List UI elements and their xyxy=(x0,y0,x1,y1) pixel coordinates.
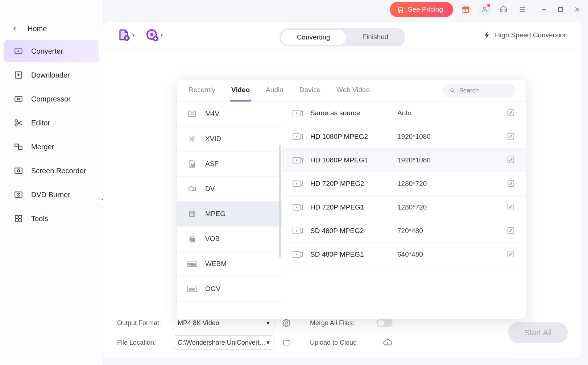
edit-icon[interactable] xyxy=(507,132,515,141)
vob-icon: VOB xyxy=(187,234,197,244)
edit-icon[interactable] xyxy=(507,227,515,235)
edit-icon[interactable] xyxy=(507,156,515,165)
sidebar-item-downloader[interactable]: Downloader xyxy=(4,64,99,86)
preset-name: SD 480P MPEG1 xyxy=(310,250,390,258)
svg-text:VOB: VOB xyxy=(191,239,195,241)
format-list[interactable]: M4V XVID ASF ASF DV MPEG VOB VOB xyxy=(177,101,282,319)
sidebar-item-converter[interactable]: Converter xyxy=(4,40,99,62)
cloud-upload-icon[interactable] xyxy=(377,338,398,347)
tab-converting[interactable]: Converting xyxy=(281,29,347,45)
format-label: WEBM xyxy=(205,260,227,268)
video-play-icon xyxy=(292,132,303,141)
svg-rect-11 xyxy=(15,144,18,147)
preset-row[interactable]: Same as source Auto xyxy=(282,101,526,125)
sidebar-item-label: DVD Burner xyxy=(31,191,70,199)
sidebar-item-editor[interactable]: Editor xyxy=(4,112,99,134)
support-icon[interactable] xyxy=(497,3,510,16)
format-item-asf[interactable]: ASF ASF xyxy=(177,152,282,177)
edit-icon[interactable] xyxy=(507,179,515,188)
edit-icon[interactable] xyxy=(507,203,515,212)
scrollbar-thumb[interactable] xyxy=(279,145,281,257)
format-label: DV xyxy=(205,185,215,193)
picker-search[interactable] xyxy=(443,84,515,97)
maximize-button[interactable] xyxy=(557,6,564,13)
preset-list[interactable]: Same as source Auto HD 1080P MPEG2 1920*… xyxy=(282,101,526,319)
svg-rect-28 xyxy=(189,111,196,116)
sidebar-item-dvd-burner[interactable]: DVD Burner xyxy=(4,183,99,206)
svg-rect-52 xyxy=(508,251,514,257)
gift-icon[interactable] xyxy=(460,3,472,16)
format-item-dv[interactable]: DV xyxy=(177,177,282,202)
start-all-button[interactable]: Start All xyxy=(508,322,568,343)
picker-tab-video[interactable]: Video xyxy=(230,80,251,101)
preset-res: Auto xyxy=(397,109,500,117)
svg-point-14 xyxy=(17,170,20,172)
sidebar-home-label: Home xyxy=(28,25,47,33)
add-disc-button[interactable]: ▾ xyxy=(145,28,163,42)
edit-icon[interactable] xyxy=(507,109,515,117)
high-speed-button[interactable]: High Speed Conversion xyxy=(483,31,568,39)
picker-tab-webvideo[interactable]: Web Video xyxy=(335,80,371,101)
svg-rect-21 xyxy=(19,219,22,222)
svg-point-0 xyxy=(399,12,400,13)
preset-row[interactable]: HD 720P MPEG1 1280*720 xyxy=(282,196,526,219)
see-pricing-button[interactable]: See Pricing xyxy=(390,2,453,17)
sidebar-item-label: Converter xyxy=(31,47,63,55)
preset-name: SD 480P MPEG2 xyxy=(310,227,390,235)
preset-res: 1920*1080 xyxy=(397,156,500,164)
sidebar-item-compressor[interactable]: Compressor xyxy=(4,88,99,110)
settings-gear-icon[interactable] xyxy=(279,319,294,327)
preset-row[interactable]: HD 1080P MPEG2 1920*1080 xyxy=(282,125,526,149)
sidebar-home[interactable]: Home xyxy=(0,19,103,38)
upload-label: Upload to Cloud xyxy=(299,339,372,347)
edit-icon[interactable] xyxy=(507,250,515,259)
scissors-icon xyxy=(14,118,23,128)
preset-res: 640*480 xyxy=(397,250,500,258)
compressor-icon xyxy=(14,94,23,104)
video-play-icon xyxy=(292,250,303,259)
file-location-value: C:\Wondershare UniConverter 1 xyxy=(178,339,266,347)
format-item-xvid[interactable]: XVID xyxy=(177,126,282,152)
preset-row[interactable]: HD 720P MPEG2 1280*720 xyxy=(282,172,526,196)
converter-icon xyxy=(14,46,23,56)
search-input[interactable] xyxy=(459,87,509,94)
file-location-select[interactable]: C:\Wondershare UniConverter 1 ▾ xyxy=(173,335,274,350)
svg-point-31 xyxy=(189,187,193,191)
preset-name: Same as source xyxy=(310,109,390,117)
format-item-mpeg[interactable]: MPEG xyxy=(177,202,282,227)
format-item-webm[interactable]: WEBM WEBM xyxy=(177,252,282,277)
preset-name: HD 1080P MPEG2 xyxy=(310,133,390,141)
close-button[interactable] xyxy=(573,6,581,13)
user-icon[interactable] xyxy=(479,3,491,16)
merge-toggle[interactable] xyxy=(377,319,393,327)
video-play-icon xyxy=(292,109,303,117)
svg-rect-40 xyxy=(508,110,514,116)
format-item-vob[interactable]: VOB VOB xyxy=(177,227,282,252)
minimize-button[interactable] xyxy=(540,6,547,13)
add-file-button[interactable]: ▾ xyxy=(117,28,134,42)
picker-tab-recently[interactable]: Recently xyxy=(187,80,217,101)
screen-recorder-icon xyxy=(14,166,23,175)
status-tabs: Converting Finished xyxy=(279,28,406,46)
preset-row[interactable]: SD 480P MPEG2 720*480 xyxy=(282,219,526,243)
search-icon xyxy=(450,87,456,94)
tab-finished[interactable]: Finished xyxy=(347,29,405,45)
sidebar-item-merger[interactable]: Merger xyxy=(4,136,99,158)
picker-tab-audio[interactable]: Audio xyxy=(264,80,285,101)
sidebar-item-tools[interactable]: Tools xyxy=(4,207,99,230)
format-item-ogv[interactable]: OGV OGV xyxy=(177,277,282,302)
open-folder-icon[interactable] xyxy=(279,338,294,347)
format-label: OGV xyxy=(205,285,220,293)
preset-row[interactable]: HD 1080P MPEG1 1920*1080 xyxy=(282,149,526,172)
sidebar-item-screen-recorder[interactable]: Screen Recorder xyxy=(4,159,99,182)
dv-icon xyxy=(187,184,197,194)
menu-icon[interactable] xyxy=(516,3,529,16)
picker-tab-device[interactable]: Device xyxy=(298,80,322,101)
preset-name: HD 720P MPEG2 xyxy=(310,180,390,188)
chevron-left-icon xyxy=(10,24,20,33)
output-format-value: MP4 8K Video xyxy=(178,319,219,327)
preset-row[interactable]: SD 480P MPEG1 640*480 xyxy=(282,243,526,266)
svg-rect-42 xyxy=(508,133,514,140)
format-item-m4v[interactable]: M4V xyxy=(177,101,282,126)
toolbar: ▾ ▾ Converting Finished High Speed Conve… xyxy=(103,22,581,49)
